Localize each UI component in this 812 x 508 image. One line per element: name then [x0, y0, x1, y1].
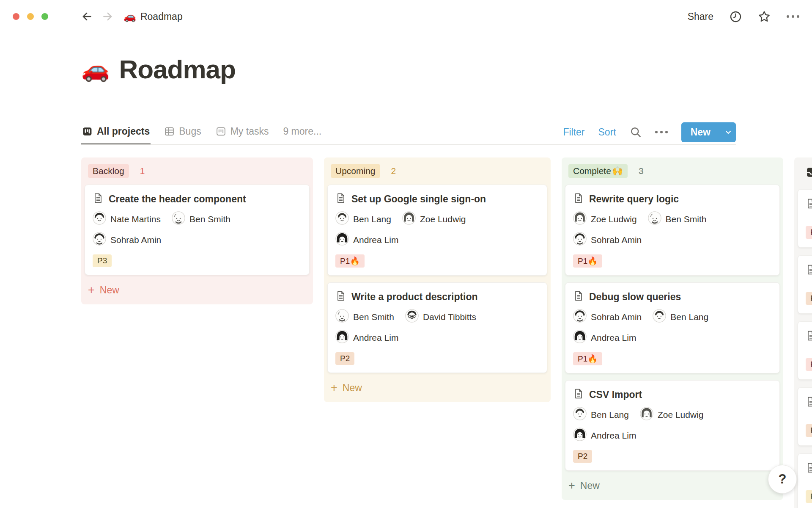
priority-label: P1: [578, 257, 587, 266]
avatar: [93, 211, 106, 227]
fire-emoji: 🔥: [350, 256, 360, 266]
search-icon[interactable]: [630, 126, 642, 138]
assignee: Andrea Lim: [573, 330, 636, 345]
task-card[interactable]: P3: [798, 453, 812, 508]
assignee: David Tibbitts: [405, 309, 476, 325]
more-options-icon[interactable]: [787, 15, 799, 18]
tab-label: Bugs: [179, 126, 201, 137]
assignee: Ben Smith: [335, 309, 394, 325]
plus-icon: +: [331, 382, 337, 394]
assignee-name: David Tibbitts: [423, 312, 476, 322]
page-icon: [335, 193, 346, 205]
page-emoji[interactable]: 🚗: [81, 56, 110, 83]
tab-bugs[interactable]: Bugs: [163, 119, 202, 145]
page-icon: [573, 193, 584, 205]
sort-button[interactable]: Sort: [598, 127, 616, 138]
fire-emoji: 🔥: [587, 354, 598, 364]
favorite-star-icon[interactable]: [758, 10, 771, 23]
breadcrumb[interactable]: 🚗 Roadmap: [123, 11, 183, 22]
new-button-label[interactable]: New: [681, 122, 720, 142]
view-options-icon[interactable]: [655, 131, 668, 133]
assignee-name: Ben Smith: [353, 312, 394, 322]
filter-button[interactable]: Filter: [563, 127, 584, 138]
task-card[interactable]: Rewrite query logicZoe LudwigBen SmithSo…: [565, 185, 780, 276]
priority-label: P3: [810, 492, 812, 501]
assignee-name: Ben Smith: [666, 214, 707, 224]
assignee-name: Andrea Lim: [353, 333, 398, 343]
assignee: Sohrab Amin: [573, 309, 642, 325]
assignee: Zoe Ludwig: [640, 407, 704, 422]
tab-9-more[interactable]: 9 more...: [282, 119, 322, 145]
assignee-name: Sohrab Amin: [110, 235, 161, 245]
tab-my-tasks[interactable]: My tasks: [215, 119, 270, 145]
assignee-name: Zoe Ludwig: [420, 214, 466, 224]
new-button[interactable]: New: [681, 122, 736, 142]
priority-label: P2: [810, 294, 812, 303]
priority-badge: P1🔥: [573, 352, 602, 365]
avatar: [573, 211, 587, 227]
share-button[interactable]: Share: [688, 11, 713, 22]
column-status-chip[interactable]: Complete🙌: [568, 164, 628, 178]
task-card[interactable]: CSV ImportBen LangZoe LudwigAndrea LimP2: [565, 380, 780, 471]
priority-badge: P3: [806, 490, 812, 503]
card-assignees: Sohrab AminBen LangAndrea Lim: [573, 309, 772, 345]
task-card[interactable]: Write a product descriptionBen SmithDavi…: [327, 282, 547, 373]
avatar: [405, 309, 419, 325]
card-assignees: Ben LangZoe LudwigAndrea Lim: [335, 211, 539, 248]
add-card-button[interactable]: +New: [327, 380, 547, 396]
kanban-board: Backlog1Create the header componentNate …: [81, 157, 812, 508]
add-card-button[interactable]: +New: [85, 282, 310, 298]
avatar: [573, 232, 587, 248]
assignee: Ben Smith: [172, 211, 230, 227]
column-name: Complete: [573, 166, 611, 176]
back-icon[interactable]: [80, 11, 92, 22]
page-icon: [806, 330, 812, 343]
task-card[interactable]: Set up Google single sign-onBen LangZoe …: [327, 185, 547, 276]
assignee: Sohrab Amin: [93, 232, 161, 248]
assignee-name: Sohrab Amin: [591, 235, 642, 245]
card-assignees: Nate MartinsBen SmithSohrab Amin: [93, 211, 302, 248]
column-header: Upcoming2: [331, 164, 547, 178]
new-button-chevron-down-icon[interactable]: [720, 122, 736, 142]
sidebar-menu-icon[interactable]: [59, 12, 70, 21]
page-title[interactable]: Roadmap: [119, 54, 235, 84]
avatar: [335, 211, 349, 227]
tab-label: My tasks: [230, 126, 269, 137]
task-card[interactable]: Create the header componentNate MartinsB…: [85, 185, 310, 275]
tab-all-projects[interactable]: All projects: [81, 119, 151, 145]
assignee: Ben Lang: [335, 211, 391, 227]
fire-emoji: 🔥: [587, 256, 598, 266]
zoom-window-button[interactable]: [41, 13, 48, 20]
add-card-button[interactable]: +New: [565, 478, 780, 494]
assignee-name: Andrea Lim: [591, 431, 636, 441]
page-icon: [573, 290, 584, 303]
column-card-count: 2: [391, 166, 396, 176]
task-card[interactable]: P2: [798, 387, 812, 446]
assignee-name: Ben Lang: [670, 312, 708, 322]
column-status-chip[interactable]: Backlog: [88, 164, 129, 178]
column-header: [801, 164, 812, 182]
avatar: [648, 211, 661, 227]
history-clock-icon[interactable]: [730, 11, 742, 23]
close-window-button[interactable]: [13, 13, 19, 20]
task-card[interactable]: P1: [798, 189, 812, 248]
window-titlebar: 🚗 Roadmap Share: [0, 0, 812, 33]
priority-label: P2: [340, 354, 350, 363]
assignee-name: Zoe Ludwig: [658, 410, 704, 420]
task-card[interactable]: Debug slow queriesSohrab AminBen LangAnd…: [565, 282, 780, 373]
forward-icon[interactable]: [102, 11, 114, 22]
help-button[interactable]: ?: [768, 465, 797, 494]
column-status-chip[interactable]: [801, 164, 812, 182]
page-icon: [806, 396, 812, 409]
task-card[interactable]: P2: [798, 255, 812, 314]
table-view-icon: [164, 126, 175, 137]
page-icon: [806, 462, 812, 475]
assignee: Ben Lang: [573, 407, 629, 422]
avatar: [335, 309, 349, 325]
column-status-chip[interactable]: Upcoming: [331, 164, 380, 178]
assignee: Ben Lang: [653, 309, 708, 325]
card-title: Write a product description: [351, 291, 478, 303]
priority-badge: P2: [573, 450, 592, 463]
minimize-window-button[interactable]: [27, 13, 34, 20]
task-card[interactable]: P1: [798, 321, 812, 380]
